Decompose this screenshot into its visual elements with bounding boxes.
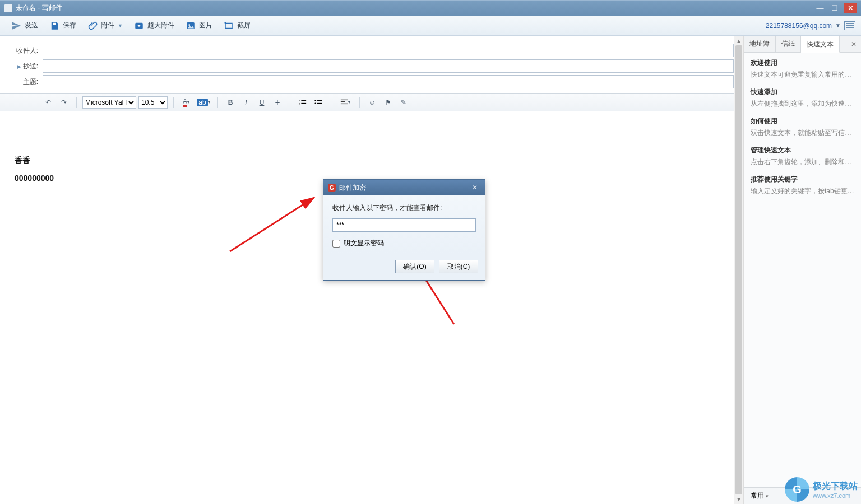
svg-point-11 <box>314 100 316 101</box>
emoji-button[interactable]: ☺ <box>365 96 379 109</box>
send-icon <box>11 21 21 31</box>
watermark: G 极光下载站 www.xz7.com <box>785 477 858 502</box>
send-label: 发送 <box>25 21 38 30</box>
unordered-list-button[interactable] <box>312 96 325 109</box>
right-panel: 地址簿 信纸 快速文本 ✕ 欢迎使用 快速文本可避免重复输入常用的内... 快速… <box>743 36 861 504</box>
image-label: 图片 <box>199 21 212 30</box>
svg-rect-14 <box>317 102 322 103</box>
list-item[interactable]: 推荐使用关键字 输入定义好的关键字，按tab键更快... <box>751 175 854 196</box>
close-button[interactable]: ✕ <box>844 3 857 13</box>
document-icon <box>4 4 12 12</box>
font-select[interactable]: Microsoft YaH <box>82 96 136 109</box>
redo-button[interactable]: ↷ <box>57 96 71 109</box>
save-button[interactable]: 保存 <box>44 18 82 34</box>
screenshot-icon <box>224 21 234 31</box>
editor-toolbar: ↶ ↷ Microsoft YaH 10.5 A▾ ab▾ B I U T 12 <box>0 94 743 111</box>
align-button[interactable]: ▾ <box>337 96 354 109</box>
strike-button[interactable]: T <box>271 96 284 109</box>
account-label[interactable]: 2215788156@qq.com <box>766 22 832 30</box>
list-item[interactable]: 管理快速文本 点击右下角齿轮，添加、删除和管... <box>751 146 854 167</box>
big-attach-icon <box>134 21 144 31</box>
subject-label: 主题: <box>0 77 43 87</box>
dialog-prompt: 收件人输入以下密码，才能查看邮件: <box>332 203 476 213</box>
main-scrollbar[interactable]: ▲ ▼ <box>734 36 743 504</box>
svg-rect-5 <box>224 22 226 24</box>
svg-line-18 <box>230 198 314 251</box>
svg-point-3 <box>188 24 190 26</box>
ordered-list-button[interactable]: 12 <box>296 96 309 109</box>
cc-label: ▶抄送: <box>0 62 43 71</box>
svg-rect-16 <box>341 101 345 102</box>
image-button[interactable]: 图片 <box>180 18 218 34</box>
format-painter-button[interactable]: ✎ <box>397 96 410 109</box>
svg-text:2: 2 <box>299 102 300 105</box>
highlight-button[interactable]: ab▾ <box>195 96 212 109</box>
list-item[interactable]: 欢迎使用 快速文本可避免重复输入常用的内... <box>751 58 854 80</box>
attach-button[interactable]: 附件 ▼ <box>82 18 128 34</box>
paperclip-icon <box>87 21 98 31</box>
to-label: 收件人: <box>0 46 43 55</box>
save-label: 保存 <box>63 21 76 30</box>
show-plain-checkbox[interactable] <box>332 240 340 248</box>
list-item[interactable]: 如何使用 双击快速文本，就能粘贴至写信区... <box>751 116 854 138</box>
dialog-title: 邮件加密 <box>339 183 366 193</box>
dialog-close-button[interactable]: ✕ <box>469 184 480 192</box>
big-attach-button[interactable]: 超大附件 <box>128 18 180 34</box>
right-panel-close[interactable]: ✕ <box>846 36 861 52</box>
footer-dropdown[interactable]: 常用 <box>751 491 769 501</box>
window-title: 未命名 - 写邮件 <box>16 3 62 13</box>
flag-button[interactable]: ⚑ <box>381 96 395 109</box>
tab-addressbook[interactable]: 地址簿 <box>744 36 776 52</box>
svg-text:1: 1 <box>299 99 300 102</box>
undo-button[interactable]: ↶ <box>41 96 55 109</box>
bold-button[interactable]: B <box>224 96 237 109</box>
attach-label: 附件 <box>101 21 114 30</box>
signature-divider <box>15 150 127 150</box>
tab-quicktext[interactable]: 快速文本 <box>801 36 840 53</box>
big-attach-label: 超大附件 <box>147 21 174 30</box>
font-color-button[interactable]: A▾ <box>179 96 193 109</box>
svg-rect-10 <box>301 102 306 103</box>
screenshot-label: 截屏 <box>237 21 251 30</box>
watermark-logo-icon: G <box>785 477 809 502</box>
window-titlebar: 未命名 - 写邮件 — ☐ ✕ <box>0 0 861 16</box>
italic-button[interactable]: I <box>239 96 253 109</box>
minimize-button[interactable]: — <box>815 4 825 12</box>
image-icon <box>186 21 196 31</box>
svg-rect-17 <box>341 103 348 104</box>
send-button[interactable]: 发送 <box>6 18 44 34</box>
underline-button[interactable]: U <box>255 96 269 109</box>
save-icon <box>49 21 59 31</box>
encrypt-dialog: G 邮件加密 ✕ 收件人输入以下密码，才能查看邮件: 明文显示密码 确认(O) … <box>323 179 485 281</box>
svg-rect-4 <box>225 23 232 28</box>
fontsize-select[interactable]: 10.5 <box>138 96 168 109</box>
to-input[interactable] <box>43 44 734 57</box>
svg-rect-0 <box>53 22 56 25</box>
show-plain-label: 明文显示密码 <box>344 239 384 248</box>
svg-rect-6 <box>231 28 233 29</box>
quicktext-list: 欢迎使用 快速文本可避免重复输入常用的内... 快速添加 从左侧拖拽到这里，添加… <box>744 53 861 487</box>
cc-input[interactable] <box>43 59 734 73</box>
password-input[interactable] <box>332 218 476 232</box>
screenshot-button[interactable]: 截屏 <box>218 18 256 34</box>
account-dropdown-icon[interactable]: ▼ <box>835 22 841 29</box>
watermark-cn: 极光下载站 <box>813 480 858 492</box>
maximize-button[interactable]: ☐ <box>830 4 840 12</box>
list-item[interactable]: 快速添加 从左侧拖拽到这里，添加为快速文... <box>751 87 854 109</box>
ok-button[interactable]: 确认(O) <box>395 260 434 273</box>
svg-rect-8 <box>301 100 306 100</box>
editor-body[interactable]: 香香 000000000 <box>0 111 743 504</box>
watermark-url: www.xz7.com <box>813 492 858 499</box>
svg-point-13 <box>314 102 316 104</box>
subject-input[interactable] <box>43 75 734 88</box>
annotation-arrow-1 <box>224 190 336 257</box>
panel-toggle-icon[interactable] <box>844 21 855 30</box>
dialog-titlebar: G 邮件加密 ✕ <box>323 180 485 195</box>
svg-rect-12 <box>317 100 322 100</box>
signature-name: 香香 <box>15 156 728 166</box>
main-toolbar: 发送 保存 附件 ▼ 超大附件 图片 截屏 2215788156@qq.com … <box>0 16 861 36</box>
tab-stationery[interactable]: 信纸 <box>776 36 801 52</box>
cancel-button[interactable]: 取消(C) <box>439 260 478 273</box>
svg-rect-15 <box>341 99 348 100</box>
foxmail-icon: G <box>328 184 336 192</box>
